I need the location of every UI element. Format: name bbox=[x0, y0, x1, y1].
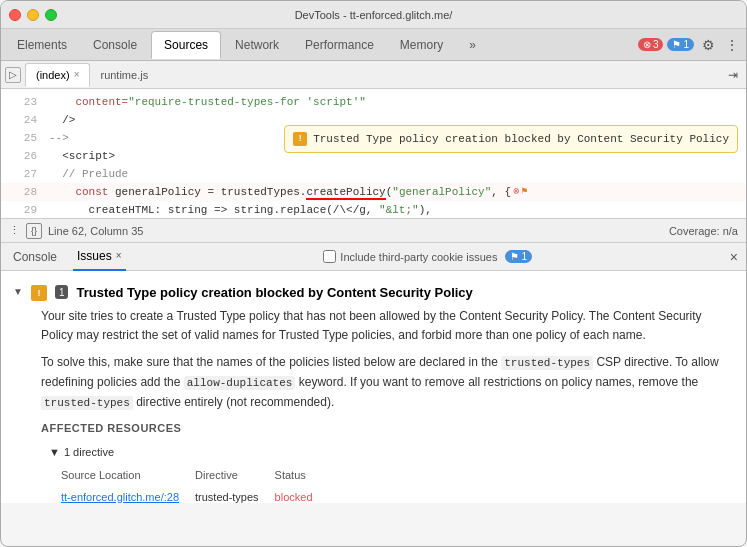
tab-sources[interactable]: Sources bbox=[151, 31, 221, 59]
code-line-27: 27 // Prelude bbox=[1, 165, 746, 183]
line-num-23: 23 bbox=[9, 93, 37, 111]
tab-bar-icons: ⊗ 3 ⚑ 1 ⚙ ⋮ bbox=[638, 35, 742, 55]
issue-body-paragraph-1: Your site tries to create a Trusted Type… bbox=[41, 307, 734, 345]
col-directive: Directive bbox=[195, 465, 275, 487]
resources-table: Source Location Directive Status tt-enfo… bbox=[61, 465, 329, 503]
line-num-24: 24 bbox=[9, 111, 37, 129]
affected-label: AFFECTED RESOURCES bbox=[41, 420, 734, 438]
issue-warning-icon: ! bbox=[31, 285, 47, 301]
file-tab-runtime-label: runtime.js bbox=[100, 69, 148, 81]
issues-badge-icon: ⚑ bbox=[510, 251, 519, 262]
tab-console-panel[interactable]: Console bbox=[9, 243, 61, 271]
third-party-cookie-checkbox-label[interactable]: Include third-party cookie issues bbox=[323, 250, 497, 263]
directive-toggle[interactable]: ▼ 1 directive bbox=[49, 444, 734, 462]
source-location-link[interactable]: tt-enforced.glitch.me/:28 bbox=[61, 491, 179, 503]
window-title: DevTools - tt-enforced.glitch.me/ bbox=[295, 9, 453, 21]
directive-label: 1 directive bbox=[64, 444, 114, 462]
warning-badge-icon: ⚑ bbox=[672, 39, 681, 50]
title-bar: DevTools - tt-enforced.glitch.me/ bbox=[1, 1, 746, 29]
curly-braces-icon[interactable]: {} bbox=[26, 223, 42, 239]
more-options-button[interactable]: ⋮ bbox=[722, 35, 742, 55]
status-blocked: blocked bbox=[275, 491, 313, 503]
code-line-29: 29 createHTML: string => string.replace(… bbox=[1, 201, 746, 219]
line-num-25: 25 bbox=[9, 129, 37, 147]
col-source-location: Source Location bbox=[61, 465, 195, 487]
affected-resources-section: AFFECTED RESOURCES ▼ 1 directive Source … bbox=[41, 420, 734, 503]
close-button[interactable] bbox=[9, 9, 21, 21]
issues-badge-count: 1 bbox=[521, 251, 527, 262]
inspector-icon[interactable]: ▷ bbox=[5, 67, 21, 83]
line-column-info: Line 62, Column 35 bbox=[48, 225, 143, 237]
issue-title: Trusted Type policy creation blocked by … bbox=[76, 285, 472, 300]
error-badge-count: 3 bbox=[653, 39, 659, 50]
issues-panel-content: ▼ ! 1 Trusted Type policy creation block… bbox=[1, 271, 746, 503]
status-left: ⋮ {} Line 62, Column 35 bbox=[9, 223, 143, 239]
main-tab-bar: Elements Console Sources Network Perform… bbox=[1, 29, 746, 61]
line-num-29: 29 bbox=[9, 201, 37, 219]
error-badge-icon: ⊗ bbox=[643, 39, 651, 50]
file-tab-expand-arrow[interactable]: ⇥ bbox=[728, 68, 738, 82]
issues-count-badge: ⚑ 1 bbox=[505, 250, 532, 263]
tab-memory[interactable]: Memory bbox=[388, 31, 455, 59]
directive-value: trusted-types bbox=[195, 487, 275, 503]
tooltip-box: ! Trusted Type policy creation blocked b… bbox=[284, 125, 738, 153]
file-tabs: ▷ (index) × runtime.js ⇥ bbox=[1, 61, 746, 89]
settings-button[interactable]: ⚙ bbox=[698, 35, 718, 55]
code-allow-duplicates: allow-duplicates bbox=[184, 376, 296, 390]
col-status: Status bbox=[275, 465, 329, 487]
traffic-lights bbox=[9, 9, 57, 21]
file-tab-index[interactable]: (index) × bbox=[25, 63, 90, 87]
issue-count-badge: 1 bbox=[55, 285, 69, 299]
maximize-button[interactable] bbox=[45, 9, 57, 21]
coverage-info: Coverage: n/a bbox=[669, 225, 738, 237]
minimize-button[interactable] bbox=[27, 9, 39, 21]
issues-tab-close[interactable]: × bbox=[116, 250, 122, 261]
tooltip-text: Trusted Type policy creation blocked by … bbox=[313, 130, 729, 148]
tab-console[interactable]: Console bbox=[81, 31, 149, 59]
bottom-panel: Console Issues × Include third-party coo… bbox=[1, 243, 746, 503]
code-line-23: 23 content="require-trusted-types-for 's… bbox=[1, 93, 746, 111]
status-bar: ⋮ {} Line 62, Column 35 Coverage: n/a bbox=[1, 219, 746, 243]
tab-network[interactable]: Network bbox=[223, 31, 291, 59]
tooltip-warning-icon: ! bbox=[293, 132, 307, 146]
panel-header: Console Issues × Include third-party coo… bbox=[1, 243, 746, 271]
tab-performance[interactable]: Performance bbox=[293, 31, 386, 59]
third-party-cookie-checkbox[interactable] bbox=[323, 250, 336, 263]
code-trusted-types-2: trusted-types bbox=[41, 396, 133, 410]
directive-toggle-icon: ▼ bbox=[49, 444, 60, 462]
code-editor[interactable]: ! Trusted Type policy creation blocked b… bbox=[1, 89, 746, 219]
file-tab-index-close[interactable]: × bbox=[74, 69, 80, 80]
code-trusted-types-1: trusted-types bbox=[501, 356, 593, 370]
third-party-cookie-label: Include third-party cookie issues bbox=[340, 251, 497, 263]
file-tab-runtime[interactable]: runtime.js bbox=[90, 63, 158, 87]
panel-close-button[interactable]: × bbox=[730, 249, 738, 265]
tab-more[interactable]: » bbox=[457, 31, 488, 59]
error-badge[interactable]: ⊗ 3 bbox=[638, 38, 664, 51]
warning-badge[interactable]: ⚑ 1 bbox=[667, 38, 694, 51]
panel-options: Include third-party cookie issues ⚑ 1 bbox=[323, 250, 532, 263]
tab-elements[interactable]: Elements bbox=[5, 31, 79, 59]
issue-toggle-icon[interactable]: ▼ bbox=[13, 286, 23, 297]
tab-issues-panel[interactable]: Issues × bbox=[73, 243, 126, 271]
code-line-28: 28 const generalPolicy = trustedTypes.cr… bbox=[1, 183, 746, 201]
directive-row: ▼ 1 directive Source Location Directive … bbox=[49, 444, 734, 503]
line-num-26: 26 bbox=[9, 147, 37, 165]
issue-body: Your site tries to create a Trusted Type… bbox=[13, 307, 734, 503]
line-num-27: 27 bbox=[9, 165, 37, 183]
warning-badge-count: 1 bbox=[683, 39, 689, 50]
three-dots-icon[interactable]: ⋮ bbox=[9, 224, 20, 237]
table-row: tt-enforced.glitch.me/:28 trusted-types … bbox=[61, 487, 329, 503]
issue-body-paragraph-2: To solve this, make sure that the names … bbox=[41, 353, 734, 412]
line-num-28: 28 bbox=[9, 183, 37, 201]
file-tab-index-label: (index) bbox=[36, 69, 70, 81]
issue-row: ▼ ! 1 Trusted Type policy creation block… bbox=[13, 279, 734, 307]
